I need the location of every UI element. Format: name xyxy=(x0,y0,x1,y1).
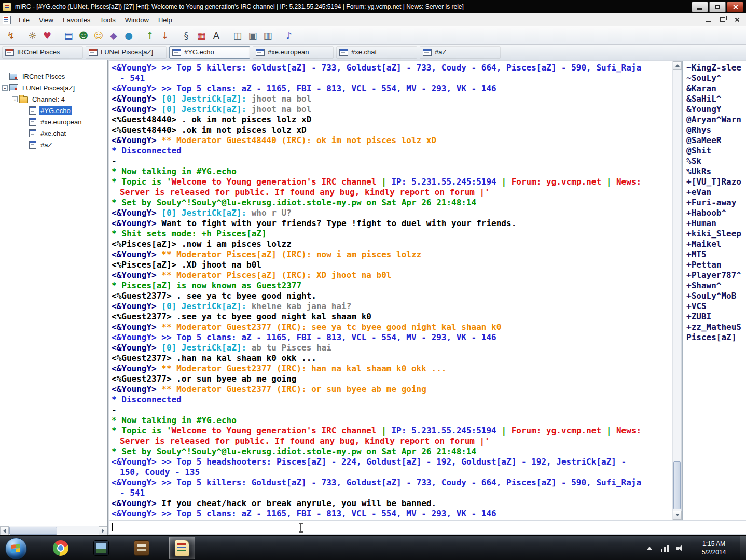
dcc-get-icon[interactable]: ↓ xyxy=(158,29,172,42)
nicklist-item[interactable]: +Maikel xyxy=(686,239,746,249)
nicklist-item[interactable]: +MT5 xyxy=(686,249,746,260)
notify-list-icon[interactable]: ● xyxy=(122,29,135,42)
start-button[interactable] xyxy=(5,538,27,559)
chat-text: * Now talking in #YG.echo xyxy=(112,166,237,176)
hidden-icons-icon[interactable] xyxy=(645,544,654,552)
chrome-taskbar-button[interactable] xyxy=(48,537,74,559)
nicklist-item[interactable]: Pisces[aZ] xyxy=(686,332,746,343)
tree-expander-icon[interactable]: - xyxy=(12,96,18,102)
menu-item-favorites[interactable]: Favorites xyxy=(58,14,95,26)
nicklist-item[interactable]: @Rhys xyxy=(686,125,746,135)
minimize-icon xyxy=(697,8,702,10)
query-icon[interactable]: ☻ xyxy=(77,29,90,42)
nicklist-item[interactable]: &SaHiL^ xyxy=(686,94,746,104)
fonts-icon[interactable]: A xyxy=(210,29,223,42)
options-icon[interactable]: ☼ xyxy=(25,29,39,42)
mdi-close-button[interactable] xyxy=(733,16,742,23)
nicklist-item[interactable]: +VCS xyxy=(686,301,746,312)
nicklist-item[interactable]: +Pettan xyxy=(686,260,746,270)
mdi-restore-button[interactable] xyxy=(718,16,727,23)
menu-item-view[interactable]: View xyxy=(34,14,58,26)
chat-vertical-scrollbar[interactable] xyxy=(672,61,681,520)
tab-xe-european[interactable]: #xe.european xyxy=(253,46,334,59)
nicklist-item[interactable]: ~KingZ-slee xyxy=(686,63,746,73)
menu-item-help[interactable]: Help xyxy=(154,14,177,26)
address-book-icon[interactable]: ☺ xyxy=(92,29,105,42)
nicklist-item[interactable]: @Shit xyxy=(686,146,746,156)
tab-xe-chat[interactable]: #xe.chat xyxy=(336,46,417,59)
nicklist-item[interactable]: %UkRs xyxy=(686,166,746,177)
channels-list-icon[interactable]: ▤ xyxy=(62,29,75,42)
nicklist-item[interactable]: &YoungY xyxy=(686,104,746,115)
dcc-send-icon[interactable]: ↑ xyxy=(143,29,157,42)
window-icon xyxy=(5,49,14,56)
tree-horizontal-scrollbar[interactable] xyxy=(0,526,107,535)
colors-icon[interactable]: ▦ xyxy=(195,29,208,42)
connect-icon[interactable]: ↯ xyxy=(4,29,18,42)
nicklist-item[interactable]: +Shawn^ xyxy=(686,281,746,291)
url-list-icon[interactable]: ◆ xyxy=(107,29,120,42)
tab-az[interactable]: #aZ xyxy=(420,46,501,59)
tree-item-xe-european[interactable]: #xe.european xyxy=(0,116,107,128)
nicklist-item[interactable]: +eVan xyxy=(686,187,746,198)
maximize-button[interactable] xyxy=(709,2,726,12)
scroll-right-button[interactable] xyxy=(99,526,107,535)
taskbar-clock[interactable]: 1:15 AM 5/2/2014 xyxy=(690,540,738,556)
chat-text: <%Guest2377> . see ya tc byee good night… xyxy=(112,291,316,301)
book-app-taskbar-button[interactable] xyxy=(129,537,155,559)
nicklist-item[interactable]: +[VU_T]Razo xyxy=(686,177,746,187)
menu-item-window[interactable]: Window xyxy=(120,14,154,26)
chat-text: <&YoungY> xyxy=(112,363,161,373)
tree-item-channel-4[interactable]: -Channel: 4 xyxy=(0,93,107,105)
tile-windows-icon[interactable]: ◫ xyxy=(231,29,244,42)
scroll-down-button[interactable] xyxy=(673,511,682,520)
scroll-left-button[interactable] xyxy=(0,526,9,535)
nicklist-item[interactable]: +ZUBI xyxy=(686,312,746,322)
mirc-taskbar-button[interactable] xyxy=(169,537,195,559)
nicklist-item[interactable]: @Aryan^Warn xyxy=(686,115,746,125)
message-input[interactable] xyxy=(109,521,746,534)
chat-text: [0] JestriCk[aZ]: xyxy=(161,301,246,311)
switchbar-toggle-icon[interactable]: ▥ xyxy=(261,29,274,42)
tab-lunet-pisces-az[interactable]: LUNet Pisces[aZ] xyxy=(86,46,167,59)
network-icon[interactable] xyxy=(661,544,669,552)
mdi-minimize-button[interactable] xyxy=(703,16,713,23)
treebar: IRCnet Pisces-LUNet Pisces[aZ]-Channel: … xyxy=(0,60,108,535)
tree-expander-icon[interactable]: - xyxy=(2,85,8,91)
tree-item-ircnet-pisces[interactable]: IRCnet Pisces xyxy=(0,71,107,82)
chat-text: ** Moderator Guest2377 (IRC): see ya tc … xyxy=(161,322,501,332)
scroll-up-button[interactable] xyxy=(673,61,682,70)
show-desktop-button[interactable] xyxy=(740,536,746,560)
chat-buffer[interactable]: <&YoungY> >> Top 5 killers: Goldust[aZ] … xyxy=(109,61,672,520)
tree-item-lunet-pisces-az[interactable]: -LUNet Pisces[aZ] xyxy=(0,82,107,93)
scrollbar-thumb[interactable] xyxy=(673,461,681,509)
volume-icon[interactable] xyxy=(676,544,685,552)
menu-item-file[interactable]: File xyxy=(14,14,34,26)
nicklist-item[interactable]: +Human xyxy=(686,218,746,229)
image-app-taskbar-button[interactable] xyxy=(88,537,114,559)
tree-item-az[interactable]: #aZ xyxy=(0,139,107,150)
minimize-button[interactable] xyxy=(692,2,708,12)
close-button[interactable] xyxy=(727,2,743,12)
menu-item-tools[interactable]: Tools xyxy=(95,14,120,26)
scripts-editor-icon[interactable]: § xyxy=(179,29,193,42)
tree-item-xe-chat[interactable]: #xe.chat xyxy=(0,128,107,139)
nicklist-item[interactable]: +Player787^ xyxy=(686,270,746,281)
nicklist-item[interactable]: +SouLy^MoB xyxy=(686,291,746,301)
nicklist-item[interactable]: +Furi-away xyxy=(686,198,746,208)
tab-yg-echo[interactable]: #YG.echo xyxy=(169,46,250,59)
nicklist-item[interactable]: %Sk xyxy=(686,156,746,166)
nicklist-item[interactable]: +kiki_Sleep xyxy=(686,229,746,239)
nicklist-item[interactable]: +Haboob^ xyxy=(686,208,746,218)
help-icon[interactable]: ♪ xyxy=(282,29,296,42)
tab-ircnet-pisces[interactable]: IRCnet Pisces xyxy=(2,46,83,59)
nicklist-item[interactable]: ~SouLy^ xyxy=(686,73,746,83)
mdi-document-icon[interactable] xyxy=(3,16,11,24)
nicklist-item[interactable]: @SaMeeR xyxy=(686,135,746,146)
cascade-windows-icon[interactable]: ▣ xyxy=(246,29,259,42)
tree-item-yg-echo[interactable]: #YG.echo xyxy=(0,105,107,116)
favorites-icon[interactable]: ♥ xyxy=(40,29,54,42)
nicklist-item[interactable]: +zz_MatheuS xyxy=(686,322,746,332)
nicklist-item[interactable]: &Karan xyxy=(686,83,746,94)
scrollbar-thumb[interactable] xyxy=(9,527,57,535)
